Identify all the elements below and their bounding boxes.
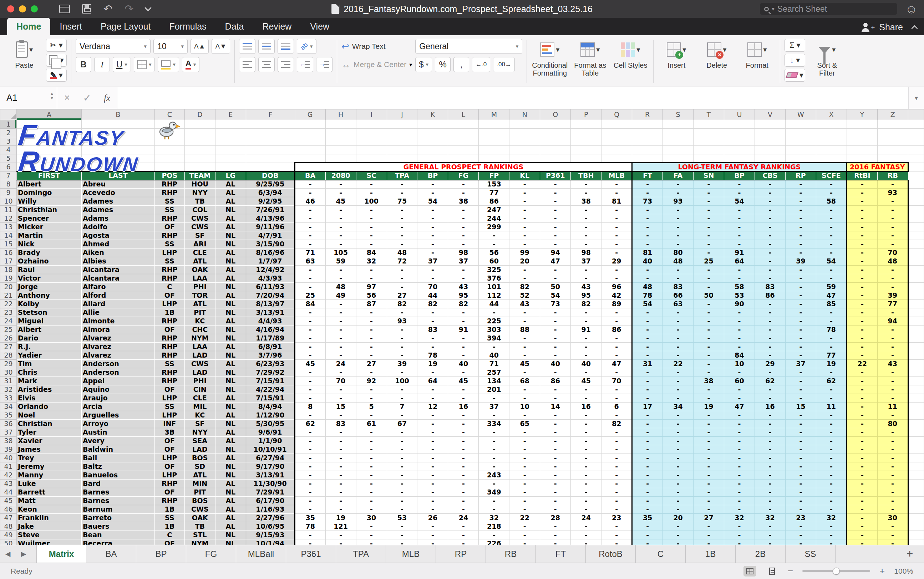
- cell[interactable]: -: [418, 206, 448, 214]
- cell[interactable]: NL: [215, 308, 246, 317]
- cell[interactable]: -: [755, 479, 785, 488]
- cell[interactable]: 65: [510, 420, 540, 428]
- cell[interactable]: -: [479, 531, 510, 540]
- cell[interactable]: -: [571, 274, 601, 283]
- cell[interactable]: NL: [215, 231, 246, 240]
- cell[interactable]: -: [632, 463, 663, 471]
- cell[interactable]: 97: [356, 283, 387, 291]
- cell[interactable]: -: [540, 274, 571, 283]
- cell[interactable]: -: [448, 223, 479, 231]
- cell[interactable]: AL: [215, 180, 246, 189]
- cell[interactable]: -: [693, 531, 724, 540]
- cell[interactable]: -: [601, 479, 632, 488]
- column-header-T[interactable]: T: [693, 110, 724, 120]
- column-header-D[interactable]: D: [184, 110, 215, 120]
- cell[interactable]: -: [847, 343, 877, 351]
- cell[interactable]: -: [448, 368, 479, 377]
- cell[interactable]: BOS: [184, 497, 215, 505]
- cell[interactable]: -: [540, 266, 571, 274]
- cell[interactable]: -: [571, 223, 601, 231]
- table-header-cell[interactable]: FT: [632, 172, 663, 180]
- cell[interactable]: Alvarez: [81, 343, 154, 351]
- cell[interactable]: -: [877, 411, 908, 420]
- cell[interactable]: LAD: [184, 445, 215, 454]
- cell[interactable]: 37: [448, 257, 479, 266]
- cell[interactable]: -: [847, 428, 877, 437]
- cell[interactable]: -: [325, 531, 356, 540]
- cell[interactable]: 43: [448, 283, 479, 291]
- cell[interactable]: -: [387, 240, 418, 249]
- cell[interactable]: -: [877, 437, 908, 445]
- font-color-button[interactable]: A▾: [182, 57, 200, 72]
- cell[interactable]: -: [448, 471, 479, 479]
- cell[interactable]: -: [295, 274, 325, 283]
- cell[interactable]: -: [601, 317, 632, 325]
- cell[interactable]: -: [510, 368, 540, 377]
- cell[interactable]: 34: [663, 402, 693, 411]
- cell[interactable]: 4/13/96: [246, 214, 295, 223]
- cell[interactable]: -: [510, 540, 540, 545]
- cell[interactable]: -: [325, 206, 356, 214]
- autosum-button[interactable]: Σ▾: [785, 39, 805, 52]
- cell[interactable]: -: [785, 300, 816, 308]
- cell[interactable]: [154, 163, 184, 172]
- cell[interactable]: 32: [356, 257, 387, 266]
- cell[interactable]: -: [479, 479, 510, 488]
- cell[interactable]: 60: [479, 257, 510, 266]
- cell[interactable]: -: [356, 334, 387, 343]
- cell[interactable]: -: [356, 479, 387, 488]
- cell[interactable]: 4/4/93: [246, 317, 295, 325]
- name-box-stepper[interactable]: ▲▼: [50, 91, 54, 101]
- increase-decimal-button[interactable]: .00→: [493, 57, 515, 72]
- cell[interactable]: -: [571, 497, 601, 505]
- cell[interactable]: AL: [215, 514, 246, 522]
- cell[interactable]: Albies: [81, 257, 154, 266]
- cell[interactable]: 50: [540, 283, 571, 291]
- cell[interactable]: -: [693, 351, 724, 360]
- cell[interactable]: 54: [540, 291, 571, 300]
- cell[interactable]: [908, 497, 924, 505]
- cell[interactable]: -: [418, 274, 448, 283]
- cell[interactable]: [154, 137, 184, 146]
- cell[interactable]: 47: [601, 360, 632, 368]
- cell[interactable]: [908, 180, 924, 189]
- row-number[interactable]: 31: [0, 377, 17, 385]
- cell[interactable]: [847, 129, 877, 137]
- cell[interactable]: -: [601, 180, 632, 189]
- cell[interactable]: [632, 154, 663, 163]
- decrease-font-button[interactable]: A▼: [211, 39, 230, 54]
- close-window-button[interactable]: [7, 5, 14, 13]
- cell[interactable]: -: [693, 445, 724, 454]
- cell[interactable]: -: [418, 180, 448, 189]
- cell[interactable]: CWS: [184, 214, 215, 223]
- cell[interactable]: Barnum: [81, 505, 154, 514]
- cell[interactable]: [908, 437, 924, 445]
- merge-center-button[interactable]: ↔ Merge & Center ▾: [341, 57, 412, 72]
- cell[interactable]: -: [663, 540, 693, 545]
- cell[interactable]: -: [571, 522, 601, 531]
- cell[interactable]: [16, 129, 81, 137]
- cell[interactable]: -: [693, 394, 724, 402]
- cell[interactable]: [387, 120, 418, 129]
- cell[interactable]: -: [877, 180, 908, 189]
- cell[interactable]: -: [418, 505, 448, 514]
- cell[interactable]: Christhian: [16, 206, 81, 214]
- cell[interactable]: NL: [215, 206, 246, 214]
- cell[interactable]: -: [325, 437, 356, 445]
- add-sheet-button[interactable]: +: [895, 545, 924, 563]
- collapse-ribbon-chevron-icon[interactable]: [911, 25, 917, 31]
- cell[interactable]: -: [601, 531, 632, 540]
- cell[interactable]: PHI: [184, 283, 215, 291]
- cell[interactable]: 112: [479, 291, 510, 300]
- cell[interactable]: 93: [387, 317, 418, 325]
- cell[interactable]: -: [663, 317, 693, 325]
- cell[interactable]: 48: [387, 249, 418, 257]
- cell[interactable]: -: [693, 368, 724, 377]
- cell[interactable]: Stetson: [16, 308, 81, 317]
- cell[interactable]: 49: [325, 291, 356, 300]
- cell[interactable]: AL: [215, 317, 246, 325]
- cell[interactable]: -: [663, 488, 693, 497]
- cell[interactable]: [540, 120, 571, 129]
- cell[interactable]: -: [325, 428, 356, 437]
- cell[interactable]: -: [724, 497, 755, 505]
